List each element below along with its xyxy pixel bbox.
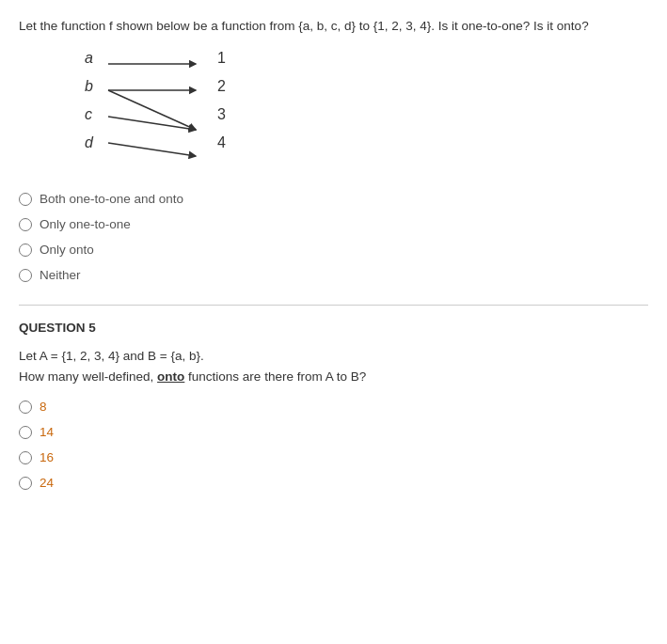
option-both-label: Both one-to-one and onto	[40, 192, 183, 206]
function-diagram: a b c d 1 2 3 4	[56, 51, 245, 173]
q5-option-14-label: 14	[40, 425, 54, 439]
option-neither[interactable]: Neither	[19, 268, 648, 282]
q5-option-8[interactable]: 8	[19, 400, 648, 414]
option-both[interactable]: Both one-to-one and onto	[19, 192, 648, 206]
option-onto-label: Only onto	[40, 243, 94, 257]
question5-header: QUESTION 5	[19, 321, 648, 335]
radio-8[interactable]	[19, 401, 32, 414]
radio-14[interactable]	[19, 426, 32, 439]
radio-neither[interactable]	[19, 269, 32, 282]
question5-options: 8 14 16 24	[19, 400, 648, 490]
q5-option-24-label: 24	[40, 476, 54, 490]
q5-option-24[interactable]: 24	[19, 476, 648, 490]
question4-text: Let the function f shown below be a func…	[19, 17, 648, 36]
question4-options: Both one-to-one and onto Only one-to-one…	[19, 192, 648, 282]
radio-one-to-one[interactable]	[19, 218, 32, 231]
option-onto[interactable]: Only onto	[19, 243, 648, 257]
option-one-to-one-label: Only one-to-one	[40, 217, 131, 231]
option-neither-label: Neither	[40, 268, 81, 282]
radio-16[interactable]	[19, 451, 32, 464]
q5-line2-suffix: functions are there from A to B?	[184, 369, 366, 384]
radio-onto[interactable]	[19, 243, 32, 257]
svg-line-3	[108, 143, 196, 156]
section-divider	[19, 305, 648, 306]
radio-both[interactable]	[19, 193, 32, 206]
radio-24[interactable]	[19, 477, 32, 490]
option-one-to-one[interactable]: Only one-to-one	[19, 217, 648, 231]
diagram-arrows	[56, 51, 245, 173]
q5-line2-prefix: How many well-defined,	[19, 369, 157, 384]
q5-option-16[interactable]: 16	[19, 450, 648, 464]
q5-option-14[interactable]: 14	[19, 425, 648, 439]
q5-option-8-label: 8	[40, 400, 47, 414]
q5-keyword: onto	[157, 369, 184, 384]
q5-line1: Let A = {1, 2, 3, 4} and B = {a, b}.	[19, 349, 204, 363]
q5-option-16-label: 16	[40, 450, 54, 464]
question5-description: Let A = {1, 2, 3, 4} and B = {a, b}. How…	[19, 346, 648, 386]
